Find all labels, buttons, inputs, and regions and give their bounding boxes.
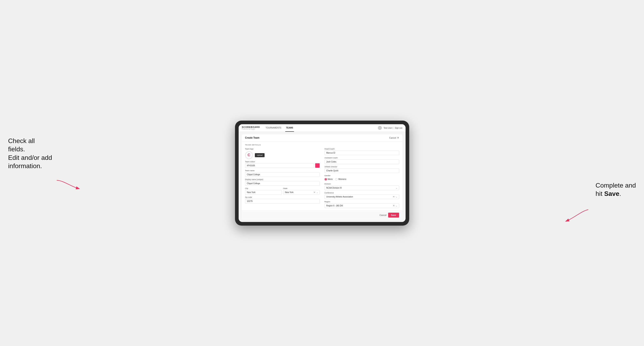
cancel-x-label: Cancel <box>389 137 396 139</box>
upload-button[interactable]: Upload <box>255 153 265 157</box>
zip-label: Zip code <box>245 196 320 198</box>
head-coach-group: Head Coach <box>324 148 399 155</box>
display-name-label: Display name (unique) <box>245 178 320 180</box>
display-name-input[interactable] <box>245 181 320 186</box>
conference-group: Conference ✕ ⌄ <box>324 192 399 199</box>
city-state-row: City State New York <box>245 187 320 195</box>
dialog-footer: Cancel Save <box>242 210 402 219</box>
dialog-card: Create Team Cancel ✕ TEAM DETAILS <box>242 134 402 219</box>
team-name-group: Team name <box>245 170 320 177</box>
city-label: City <box>245 187 282 189</box>
region-label: Region <box>324 201 399 203</box>
team-name-input[interactable] <box>245 172 320 177</box>
annotation-right-line2: hit <box>596 190 604 197</box>
conference-label: Conference <box>324 192 399 194</box>
athletic-director-input[interactable] <box>324 168 399 173</box>
city-group: City <box>245 187 282 195</box>
team-logo-label: Team logo <box>245 148 320 150</box>
team-colour-input[interactable] <box>245 163 314 168</box>
tablet-screen: SCOREBOARD Powered by clippd TOURNAMENTS… <box>239 124 406 222</box>
annotation-right-end: . <box>619 190 621 197</box>
radio-mens[interactable]: Mens <box>324 178 333 180</box>
sign-out-link[interactable]: Sign out <box>395 127 402 129</box>
athletic-director-label: Athletic Director <box>324 166 399 168</box>
nav-tournaments[interactable]: TOURNAMENTS <box>265 124 282 132</box>
brand-title: SCOREBOARD <box>242 126 260 128</box>
annotation-line2: Edit and/or add <box>8 154 52 161</box>
annotation-line3: information. <box>8 162 42 170</box>
navbar: SCOREBOARD Powered by clippd TOURNAMENTS… <box>239 124 406 132</box>
team-name-label: Team name <box>245 170 320 172</box>
arrow-right <box>566 209 590 224</box>
zip-group: Zip code <box>245 196 320 203</box>
nav-links: TOURNAMENTS TEAMS <box>265 124 378 132</box>
display-name-group: Display name (unique) <box>245 178 320 186</box>
nav-right: Test User | Sign out <box>378 126 402 130</box>
form-grid: Team logo C Upload <box>245 148 399 208</box>
brand: SCOREBOARD Powered by clippd <box>242 126 260 130</box>
division-group: Division NCAA Division III <box>324 183 399 190</box>
team-logo-group: Team logo C Upload <box>245 148 320 159</box>
logo-preview: C <box>245 151 253 159</box>
nav-teams[interactable]: TEAMS <box>285 124 294 132</box>
form-left: Team logo C Upload <box>245 148 320 208</box>
state-label: State <box>283 187 320 189</box>
division-select-wrapper: NCAA Division III <box>324 185 399 190</box>
footer-cancel-button[interactable]: Cancel <box>380 214 386 216</box>
region-clear-icon[interactable]: ✕ <box>393 204 394 207</box>
logo-letter: C <box>248 153 250 157</box>
conference-clear-icon[interactable]: ✕ <box>393 195 394 198</box>
assistant-coach-label: Assistant Coach <box>324 157 399 159</box>
head-coach-input[interactable] <box>324 151 399 155</box>
city-input[interactable] <box>245 190 282 195</box>
tablet-frame: SCOREBOARD Powered by clippd TOURNAMENTS… <box>235 121 409 226</box>
logo-area: C Upload <box>245 151 320 159</box>
footer-save-button[interactable]: Save <box>388 213 399 217</box>
zip-input[interactable] <box>245 199 320 203</box>
annotation-save-bold: Save <box>604 190 619 197</box>
gender-label: Gender <box>324 174 399 177</box>
dialog-body: TEAM DETAILS Team logo C <box>242 142 402 210</box>
dialog-header: Create Team Cancel ✕ <box>242 134 402 142</box>
city-state-group: City State New York <box>245 187 320 195</box>
main-content: Create Team Cancel ✕ TEAM DETAILS <box>239 132 406 222</box>
division-label: Division <box>324 183 399 185</box>
color-swatch[interactable] <box>315 163 320 168</box>
user-avatar <box>378 126 382 130</box>
brand-sub: Powered by clippd <box>242 128 260 130</box>
left-annotation: Check all fields. Edit and/or add inform… <box>8 137 53 170</box>
team-colour-label: Team colour <box>245 161 320 163</box>
annotation-line1: Check all fields. <box>8 137 35 153</box>
division-select[interactable]: NCAA Division III <box>324 185 399 190</box>
gender-group: Gender Mens Womens <box>324 174 399 181</box>
close-icon[interactable]: ✕ <box>397 136 399 139</box>
color-field-row <box>245 163 320 168</box>
conference-select-wrapper: ✕ ⌄ <box>324 194 399 199</box>
radio-womens-label: Womens <box>338 178 346 180</box>
region-select-wrapper: ✕ ⌄ <box>324 203 399 208</box>
right-annotation: Complete and hit Save. <box>596 181 636 198</box>
region-input[interactable] <box>324 203 399 208</box>
state-select-wrapper: New York ✕ <box>283 190 320 195</box>
head-coach-label: Head Coach <box>324 148 399 150</box>
conference-input[interactable] <box>324 194 399 199</box>
team-colour-group: Team colour <box>245 161 320 168</box>
radio-womens[interactable]: Womens <box>335 178 346 180</box>
state-clear-icon[interactable]: ✕ <box>314 191 315 193</box>
page-wrapper: Check all fields. Edit and/or add inform… <box>8 121 636 226</box>
section-label: TEAM DETAILS <box>245 144 399 146</box>
region-group: Region ✕ ⌄ <box>324 201 399 208</box>
assistant-coach-group: Assistant Coach <box>324 157 399 164</box>
assistant-coach-input[interactable] <box>324 160 399 164</box>
annotation-right-line1: Complete and <box>596 182 636 189</box>
radio-group: Mens Womens <box>324 177 399 181</box>
arrow-left <box>55 178 79 191</box>
state-group: State New York ✕ <box>283 187 320 195</box>
user-label: Test User | <box>384 127 393 129</box>
dialog-title: Create Team <box>245 136 260 139</box>
form-right: Head Coach Assistant Coach <box>324 148 399 208</box>
radio-womens-dot <box>335 178 338 180</box>
radio-mens-label: Mens <box>328 178 333 180</box>
radio-mens-dot <box>324 178 327 180</box>
dialog-cancel-x[interactable]: Cancel ✕ <box>389 136 399 139</box>
